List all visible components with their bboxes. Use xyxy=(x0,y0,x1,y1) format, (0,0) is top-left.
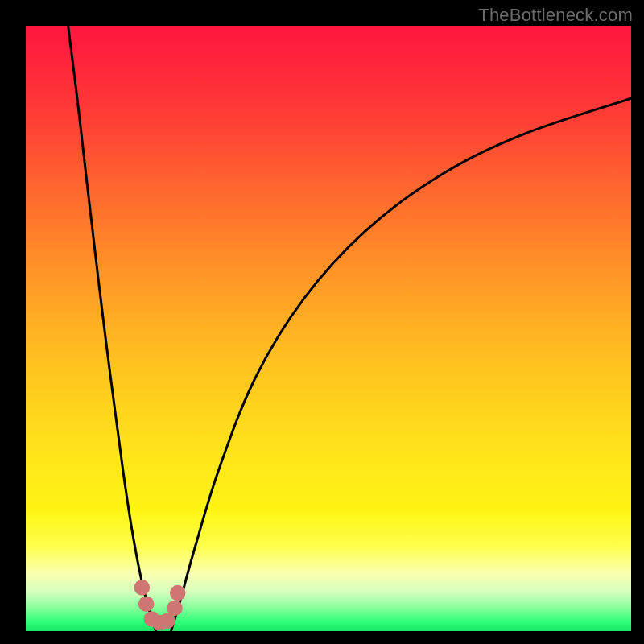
watermark-text: TheBottleneck.com xyxy=(478,5,633,26)
marker-dot xyxy=(138,596,155,612)
chart-frame: TheBottleneck.com xyxy=(0,0,644,644)
marker-dot xyxy=(170,585,186,601)
curve-right-branch xyxy=(171,98,631,631)
bottleneck-markers xyxy=(134,580,186,630)
marker-dot xyxy=(167,601,183,617)
curve-left-branch xyxy=(68,26,156,631)
plot-area xyxy=(26,26,631,631)
curve-layer xyxy=(26,26,631,631)
marker-dot xyxy=(134,580,151,596)
